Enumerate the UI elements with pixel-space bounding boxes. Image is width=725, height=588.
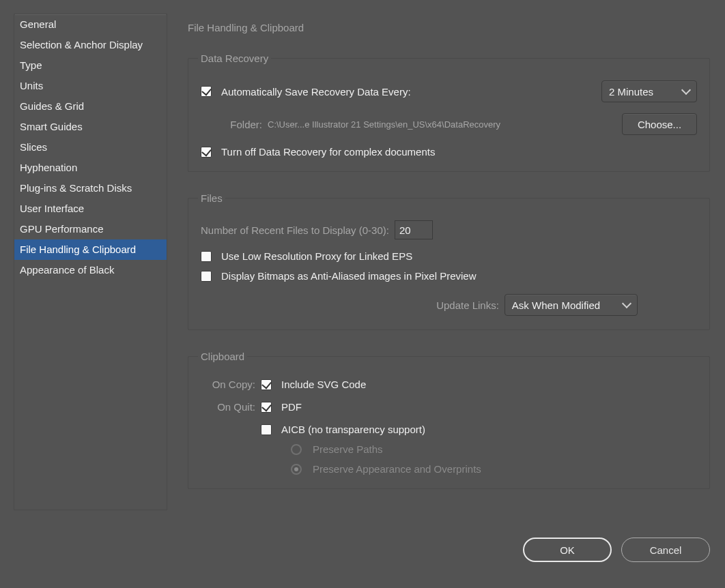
sidebar-item[interactable]: GPU Performance — [14, 219, 167, 239]
checkbox-antialiased-bitmaps[interactable] — [201, 271, 212, 282]
label-update-links: Update Links: — [436, 299, 499, 311]
sidebar-item[interactable]: Plug-ins & Scratch Disks — [14, 178, 167, 199]
dialog-footer: OK Cancel — [523, 538, 710, 562]
sidebar-item[interactable]: Type — [14, 55, 167, 76]
group-legend-files: Files — [198, 192, 225, 204]
sidebar-item[interactable]: Smart Guides — [14, 117, 167, 137]
checkbox-include-svg[interactable] — [261, 379, 272, 390]
group-clipboard: Clipboard On Copy: Include SVG Code On Q… — [188, 351, 710, 489]
label-folder: Folder: — [214, 119, 262, 130]
sidebar-item[interactable]: User Interface — [14, 199, 167, 219]
checkbox-low-res-proxy[interactable] — [201, 251, 212, 262]
sidebar-item[interactable]: Hyphenation — [14, 158, 167, 178]
checkbox-turn-off-complex[interactable] — [201, 147, 212, 158]
select-recovery-interval[interactable]: 2 Minutes — [601, 80, 697, 102]
group-data-recovery: Data Recovery Automatically Save Recover… — [188, 53, 710, 172]
group-legend-data-recovery: Data Recovery — [198, 53, 271, 64]
label-preserve-paths: Preserve Paths — [313, 443, 383, 455]
input-recent-files[interactable] — [395, 220, 433, 239]
panel-title: File Handling & Clipboard — [188, 22, 710, 33]
group-files: Files Number of Recent Files to Display … — [188, 192, 710, 330]
select-update-links-value: Ask When Modified — [512, 299, 600, 311]
group-legend-clipboard: Clipboard — [198, 351, 247, 362]
label-low-res-proxy: Use Low Resolution Proxy for Linked EPS — [221, 250, 412, 262]
sidebar-item[interactable]: File Handling & Clipboard — [14, 239, 167, 260]
radio-preserve-appearance[interactable] — [291, 464, 302, 475]
preferences-dialog: GeneralSelection & Anchor DisplayTypeUni… — [0, 0, 725, 510]
label-antialiased-bitmaps: Display Bitmaps as Anti-Aliased images i… — [221, 270, 476, 282]
label-include-svg: Include SVG Code — [281, 379, 366, 390]
category-sidebar: GeneralSelection & Anchor DisplayTypeUni… — [14, 14, 167, 510]
sidebar-item[interactable]: Selection & Anchor Display — [14, 35, 167, 55]
checkbox-pdf[interactable] — [261, 402, 272, 413]
label-on-copy: On Copy: — [201, 379, 255, 390]
button-cancel[interactable]: Cancel — [621, 538, 710, 562]
checkbox-aicb[interactable] — [261, 424, 272, 435]
radio-preserve-paths[interactable] — [291, 444, 302, 455]
button-ok[interactable]: OK — [523, 538, 612, 562]
select-recovery-interval-value: 2 Minutes — [609, 86, 653, 98]
sidebar-item[interactable]: Appearance of Black — [14, 260, 167, 280]
sidebar-item[interactable]: Slices — [14, 137, 167, 158]
button-choose-folder[interactable]: Choose... — [622, 113, 697, 135]
sidebar-item[interactable]: Units — [14, 76, 167, 96]
select-update-links[interactable]: Ask When Modified — [504, 294, 638, 316]
main-panel: File Handling & Clipboard Data Recovery … — [188, 14, 710, 510]
sidebar-item[interactable]: General — [14, 14, 167, 35]
label-auto-save-recovery: Automatically Save Recovery Data Every: — [221, 86, 411, 98]
label-aicb: AICB (no transparency support) — [281, 424, 425, 435]
checkbox-auto-save-recovery[interactable] — [201, 86, 212, 97]
label-recent-files: Number of Recent Files to Display (0-30)… — [201, 224, 389, 236]
sidebar-item[interactable]: Guides & Grid — [14, 96, 167, 117]
label-pdf: PDF — [281, 401, 302, 413]
label-on-quit: On Quit: — [201, 401, 255, 413]
text-folder-path: C:\User...e Illustrator 21 Settings\en_U… — [268, 119, 500, 130]
label-preserve-appearance: Preserve Appearance and Overprints — [313, 463, 481, 475]
label-turn-off-complex: Turn off Data Recovery for complex docum… — [221, 146, 435, 158]
